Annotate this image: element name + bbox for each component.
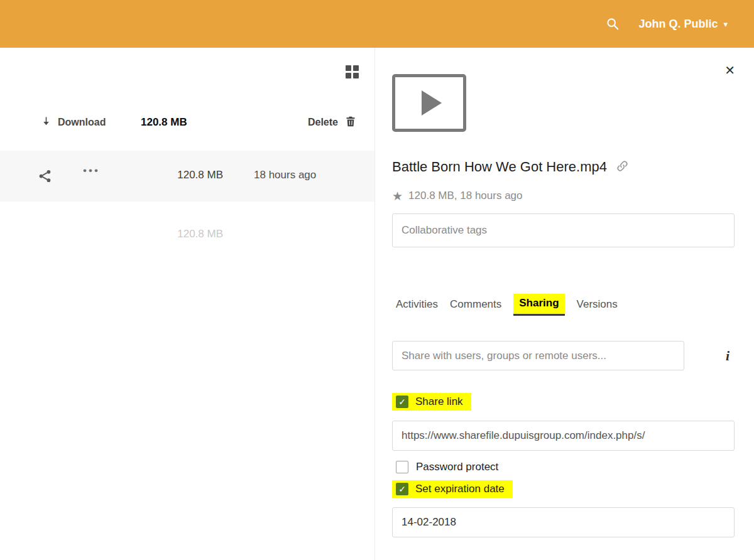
download-button[interactable]: Download: [40, 109, 106, 136]
expiration-row: Set expiration date: [392, 480, 513, 498]
tab-comments[interactable]: Comments: [450, 295, 501, 315]
delete-button[interactable]: Delete: [308, 109, 357, 136]
selection-toolbar: Download 120.8 MB Delete: [0, 109, 374, 136]
password-protect-row: Password protect: [392, 458, 498, 476]
video-thumbnail: [392, 74, 466, 132]
password-protect-checkbox[interactable]: [396, 461, 408, 473]
password-protect-group: Password protect: [392, 458, 498, 476]
top-bar: John Q. Public ▾: [0, 0, 754, 48]
collaborative-tags-input[interactable]: [392, 213, 735, 247]
file-size: 120.8 MB: [151, 169, 223, 181]
close-icon[interactable]: ✕: [724, 64, 735, 77]
file-meta-text: 120.8 MB, 18 hours ago: [408, 190, 522, 202]
file-meta-row: ★ 120.8 MB, 18 hours ago: [392, 190, 523, 202]
summary-size: 120.8 MB: [151, 228, 223, 240]
info-icon[interactable]: i: [726, 348, 729, 364]
tab-sharing[interactable]: Sharing: [513, 294, 564, 316]
share-search-row: i: [392, 341, 735, 370]
file-list-panel: Download 120.8 MB Delete: [0, 48, 375, 560]
delete-label: Delete: [308, 117, 338, 128]
download-icon: [40, 116, 52, 130]
share-link-highlight: Share link: [392, 393, 471, 411]
user-menu[interactable]: John Q. Public ▾: [638, 18, 728, 31]
trash-icon: [344, 115, 357, 131]
main-area: Download 120.8 MB Delete: [0, 48, 754, 560]
expiration-highlight: Set expiration date: [392, 480, 513, 498]
selection-size: 120.8 MB: [141, 109, 187, 136]
password-protect-label[interactable]: Password protect: [416, 461, 498, 473]
search-icon[interactable]: [606, 17, 620, 31]
file-row[interactable]: ••• 120.8 MB 18 hours ago: [0, 151, 374, 202]
tab-versions[interactable]: Versions: [577, 295, 618, 315]
details-sidebar: ✕ Battle Born How We Got Here.mp4 ★ 120.…: [375, 48, 754, 560]
share-link-checkbox[interactable]: [396, 396, 408, 408]
expiration-label[interactable]: Set expiration date: [415, 483, 505, 495]
download-label: Download: [58, 117, 106, 128]
chevron-down-icon: ▾: [723, 20, 728, 28]
expiration-date-input[interactable]: [392, 507, 735, 537]
grid-view-icon[interactable]: [346, 65, 359, 78]
play-icon: [422, 90, 442, 116]
user-name: John Q. Public: [638, 18, 718, 31]
details-tabs: Activities Comments Sharing Versions: [396, 294, 618, 316]
favorite-star-icon[interactable]: ★: [392, 190, 403, 202]
share-link-label[interactable]: Share link: [415, 396, 463, 408]
expiration-checkbox[interactable]: [396, 483, 408, 495]
file-title: Battle Born How We Got Here.mp4: [392, 159, 607, 175]
share-search-input[interactable]: [392, 341, 684, 370]
share-icon[interactable]: [38, 169, 52, 186]
share-url-input[interactable]: [392, 421, 735, 451]
file-modified: 18 hours ago: [254, 169, 316, 181]
share-link-row: Share link: [392, 393, 471, 411]
link-icon[interactable]: [616, 159, 629, 175]
more-actions-icon[interactable]: •••: [83, 164, 100, 177]
tab-activities[interactable]: Activities: [396, 295, 438, 315]
file-title-row: Battle Born How We Got Here.mp4: [392, 159, 735, 175]
